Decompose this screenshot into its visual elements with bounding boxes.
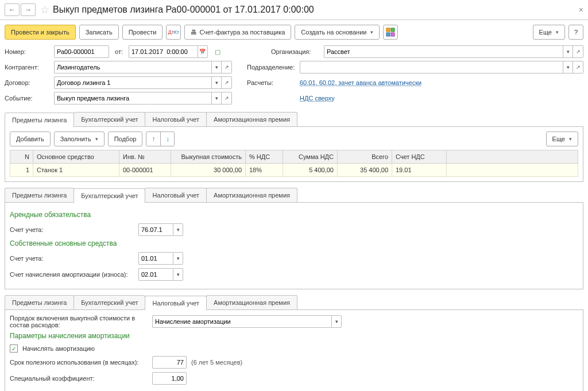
fill-button[interactable]: Заполнить — [54, 131, 105, 146]
lease-obligations-title: Арендные обязательства — [10, 211, 578, 219]
col-vatacc: Счет НДС — [392, 150, 447, 164]
vat-link[interactable]: НДС сверху — [300, 95, 335, 102]
posted-icon: ▢ — [215, 48, 220, 56]
col-cost: Выкупная стоимость — [171, 150, 246, 164]
calendar-icon[interactable]: 📅 — [198, 45, 208, 58]
print-icon: 🖶 — [191, 29, 197, 36]
division-label: Подразделение: — [247, 64, 296, 71]
depreciation-account-label: Счет начисления амортизации (износа): — [10, 271, 134, 278]
col-n: N — [10, 150, 33, 164]
col-asset: Основное средство — [33, 150, 119, 164]
invoice-button[interactable]: 🖶Счет-фактура за поставщика — [184, 25, 291, 40]
own-assets-title: Собственные основные средства — [10, 239, 578, 247]
col-total: Всего — [338, 150, 392, 164]
page-title: Выкуп предметов лизинга Ра00-000001 от 1… — [53, 5, 314, 15]
calc-link[interactable]: 60.01, 60.02, зачет аванса автоматически — [300, 79, 421, 86]
col-vatp: % НДС — [246, 150, 283, 164]
amort-params-title: Параметры начисления амортизации — [10, 332, 578, 340]
date-input[interactable] — [129, 45, 198, 58]
col-vatsum: Сумма НДС — [283, 150, 338, 164]
back-button[interactable]: ← — [5, 3, 20, 16]
contragent-label: Контрагент: — [5, 64, 51, 71]
dtkt-icon[interactable]: ДтКт — [166, 25, 181, 40]
asset-account-input[interactable] — [138, 252, 173, 265]
open-icon[interactable]: ↗ — [222, 92, 232, 104]
post-button[interactable]: Провести — [122, 25, 163, 40]
org-input[interactable] — [324, 45, 563, 58]
svg-rect-3 — [391, 33, 394, 36]
tab-amort-bonus[interactable]: Амортизационная премия — [206, 188, 297, 202]
org-label: Организация: — [271, 48, 320, 55]
table-row[interactable]: 1 Станок 1 00-000001 30 000,00 18% 5 400… — [10, 164, 578, 177]
dropdown-icon[interactable]: ▾ — [211, 61, 222, 73]
tab-accounting[interactable]: Бухгалтерский учет — [74, 295, 145, 309]
forward-button[interactable]: → — [21, 3, 36, 16]
calc-depreciation-label: Начислять амортизацию — [22, 345, 95, 352]
useful-life-hint: (6 лет 5 месяцев) — [191, 359, 242, 366]
svg-rect-0 — [386, 28, 390, 32]
open-icon[interactable]: ↗ — [573, 61, 583, 73]
favorite-icon[interactable]: ☆ — [40, 3, 49, 16]
dropdown-icon[interactable]: ▾ — [331, 315, 342, 328]
coefficient-label: Специальный коэффициент: — [10, 375, 148, 382]
calc-depreciation-checkbox[interactable]: ✓ — [10, 344, 18, 353]
move-down-icon[interactable]: ↓ — [160, 132, 174, 146]
open-icon[interactable]: ↗ — [573, 45, 583, 58]
order-input[interactable] — [152, 315, 331, 328]
dropdown-icon[interactable]: ▾ — [563, 61, 573, 73]
related-icon[interactable] — [383, 25, 398, 40]
account-label: Счет учета: — [10, 226, 134, 233]
dropdown-icon[interactable]: ▾ — [563, 45, 573, 58]
post-and-close-button[interactable]: Провести и закрыть — [5, 25, 76, 40]
tabs-1: Предметы лизинга Бухгалтерский учет Нало… — [5, 112, 583, 127]
tab-tax[interactable]: Налоговый учет — [145, 112, 207, 126]
move-up-icon[interactable]: ↑ — [146, 132, 160, 146]
select-button[interactable]: Подбор — [108, 131, 143, 146]
tab-amort-bonus[interactable]: Амортизационная премия — [206, 295, 297, 309]
contragent-input[interactable] — [54, 61, 211, 73]
useful-life-input[interactable] — [152, 356, 187, 369]
useful-life-label: Срок полезного использования (в месяцах)… — [10, 359, 148, 366]
contract-label: Договор: — [5, 79, 51, 86]
col-inv: Инв. № — [119, 150, 171, 164]
account-label-2: Счет учета: — [10, 255, 134, 262]
dropdown-icon[interactable]: ▾ — [173, 252, 183, 265]
tab-accounting[interactable]: Бухгалтерский учет — [74, 188, 145, 203]
depreciation-account-input[interactable] — [138, 268, 173, 281]
contract-input[interactable] — [54, 76, 211, 89]
order-label: Порядок включения выкупной стоимости в с… — [10, 315, 148, 328]
from-label: от: — [115, 48, 123, 55]
create-based-button[interactable]: Создать на основании — [295, 25, 380, 40]
more-tab-button[interactable]: Еще — [546, 131, 578, 146]
calc-label: Расчеты: — [247, 79, 296, 86]
tab-amort-bonus[interactable]: Амортизационная премия — [206, 112, 297, 126]
dropdown-icon[interactable]: ▾ — [173, 223, 183, 236]
tab-accounting[interactable]: Бухгалтерский учет — [74, 112, 145, 126]
leasing-table: N Основное средство Инв. № Выкупная стои… — [10, 150, 578, 177]
tabs-3: Предметы лизинга Бухгалтерский учет Нало… — [5, 295, 583, 310]
coefficient-input[interactable] — [152, 372, 187, 385]
lease-account-input[interactable] — [138, 223, 173, 236]
tab-tax[interactable]: Налоговый учет — [145, 296, 207, 310]
event-input[interactable] — [54, 92, 211, 104]
close-icon[interactable]: × — [579, 5, 583, 14]
add-button[interactable]: Добавить — [10, 131, 51, 146]
tab-leasing-items[interactable]: Предметы лизинга — [5, 295, 74, 309]
number-input[interactable] — [54, 45, 109, 58]
tab-tax[interactable]: Налоговый учет — [145, 188, 207, 202]
svg-rect-1 — [391, 28, 394, 32]
open-icon[interactable]: ↗ — [222, 61, 232, 73]
event-label: Событие: — [5, 95, 51, 102]
write-button[interactable]: Записать — [79, 25, 119, 40]
dropdown-icon[interactable]: ▾ — [173, 268, 183, 281]
open-icon[interactable]: ↗ — [222, 76, 232, 89]
tabs-2: Предметы лизинга Бухгалтерский учет Нало… — [5, 188, 583, 203]
tab-leasing-items[interactable]: Предметы лизинга — [5, 188, 74, 202]
division-input[interactable] — [300, 61, 563, 73]
svg-rect-2 — [386, 33, 390, 36]
tab-leasing-items[interactable]: Предметы лизинга — [5, 113, 74, 127]
dropdown-icon[interactable]: ▾ — [211, 76, 222, 89]
help-button[interactable]: ? — [568, 25, 583, 40]
dropdown-icon[interactable]: ▾ — [211, 92, 222, 104]
more-button[interactable]: Еще — [533, 25, 565, 40]
